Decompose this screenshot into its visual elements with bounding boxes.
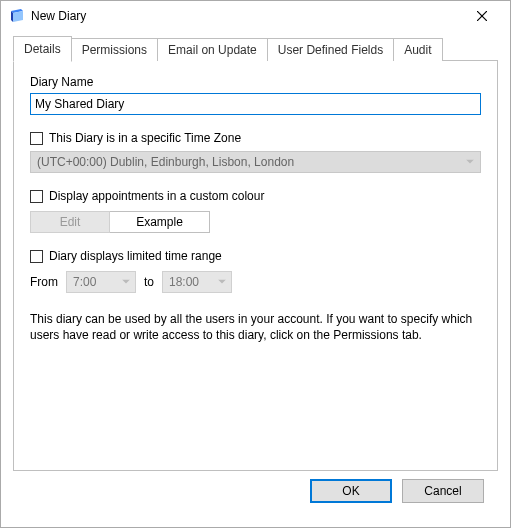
tab-details[interactable]: Details: [13, 36, 72, 62]
timezone-checkbox[interactable]: [30, 132, 43, 145]
from-time-value: 7:00: [73, 275, 96, 289]
diary-icon: [9, 8, 25, 24]
diary-name-label: Diary Name: [30, 75, 481, 89]
tab-pane-details: Diary Name This Diary is in a specific T…: [13, 60, 498, 471]
title-bar: New Diary: [1, 1, 510, 31]
cancel-button[interactable]: Cancel: [402, 479, 484, 503]
colour-example: Example: [110, 211, 210, 233]
tab-permissions[interactable]: Permissions: [72, 38, 158, 61]
custom-colour-label: Display appointments in a custom colour: [49, 189, 264, 203]
time-range-checkbox[interactable]: [30, 250, 43, 263]
edit-colour-button: Edit: [30, 211, 110, 233]
diary-name-input[interactable]: [30, 93, 481, 115]
client-area: Details Permissions Email on Update User…: [1, 31, 510, 527]
custom-colour-checkbox[interactable]: [30, 190, 43, 203]
to-time-value: 18:00: [169, 275, 199, 289]
to-time-dropdown: 18:00: [162, 271, 232, 293]
tab-user-defined-fields[interactable]: User Defined Fields: [268, 38, 394, 61]
tab-strip: Details Permissions Email on Update User…: [13, 37, 498, 61]
chevron-down-icon: [218, 280, 226, 285]
chevron-down-icon: [122, 280, 130, 285]
chevron-down-icon: [466, 160, 474, 165]
dialog-footer: OK Cancel: [13, 471, 498, 517]
help-text: This diary can be used by all the users …: [30, 311, 481, 343]
from-label: From: [30, 275, 58, 289]
close-button[interactable]: [462, 2, 502, 30]
timezone-value: (UTC+00:00) Dublin, Edinburgh, Lisbon, L…: [37, 155, 294, 169]
timezone-dropdown: (UTC+00:00) Dublin, Edinburgh, Lisbon, L…: [30, 151, 481, 173]
window-title: New Diary: [31, 9, 462, 23]
tab-audit[interactable]: Audit: [394, 38, 442, 61]
ok-button[interactable]: OK: [310, 479, 392, 503]
tab-email-on-update[interactable]: Email on Update: [158, 38, 268, 61]
dialog-window: New Diary Details Permissions Email on U…: [0, 0, 511, 528]
time-range-label: Diary displays limited time range: [49, 249, 222, 263]
from-time-dropdown: 7:00: [66, 271, 136, 293]
close-icon: [477, 11, 487, 21]
to-label: to: [144, 275, 154, 289]
timezone-label: This Diary is in a specific Time Zone: [49, 131, 241, 145]
